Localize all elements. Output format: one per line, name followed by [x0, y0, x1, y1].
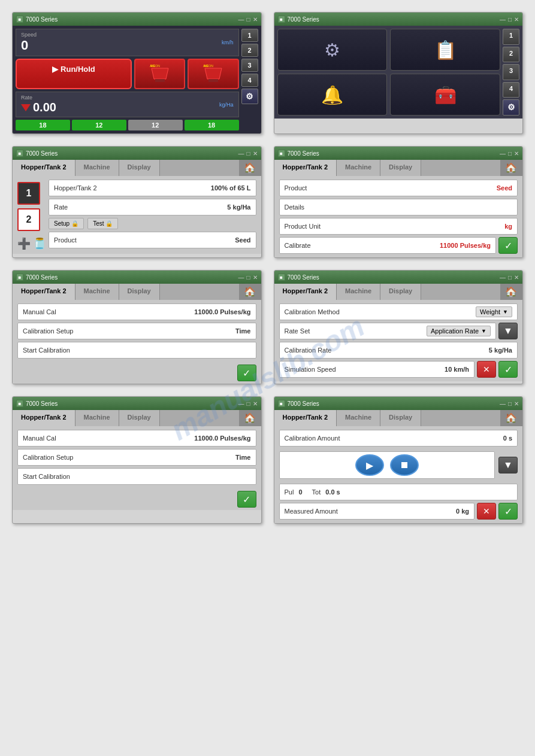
minimize-p3[interactable]: — — [238, 150, 244, 157]
hopper-num-2[interactable]: 2 — [17, 208, 40, 231]
tab-hopper-p7[interactable]: Hopper/Tank 2 — [13, 410, 75, 426]
play-btn[interactable]: ▶ — [355, 454, 384, 476]
tab-machine-p7[interactable]: Machine — [75, 410, 119, 426]
maximize-p6[interactable]: □ — [508, 274, 512, 281]
svg-text:VICON: VICON — [204, 64, 213, 68]
cal-method-label: Calibration Method — [285, 308, 340, 315]
briefcase-tile[interactable]: 🧰 — [390, 74, 500, 116]
tab-hopper-p6[interactable]: Hopper/Tank 2 — [274, 284, 337, 300]
side-btn-gear[interactable]: ⚙ — [241, 89, 258, 104]
setup-btn[interactable]: Setup 🔒 — [49, 218, 84, 229]
tot-label: Tot — [312, 488, 321, 496]
measured-row: Measured Amount 0 kg — [279, 503, 475, 520]
p2-side-btn-1[interactable]: 1 — [503, 29, 519, 45]
close-p6[interactable]: ✕ — [514, 274, 519, 281]
confirm-btn-p6[interactable]: ✓ — [498, 361, 518, 378]
close-p3[interactable]: ✕ — [253, 150, 258, 157]
p2-side-btn-3[interactable]: 3 — [503, 64, 519, 80]
maximize-p2[interactable]: □ — [508, 16, 512, 23]
minimize-p2[interactable]: — — [500, 16, 506, 23]
rate-set-select[interactable]: Application Rate ▼ — [427, 326, 491, 336]
tab-machine-p3[interactable]: Machine — [75, 160, 119, 176]
test-btn[interactable]: Test 🔒 — [87, 218, 118, 229]
tab-display-p6[interactable]: Display — [380, 284, 421, 300]
p2-side-btn-4[interactable]: 4 — [503, 82, 519, 98]
maximize-p3[interactable]: □ — [246, 150, 250, 157]
close-p7[interactable]: ✕ — [253, 400, 258, 407]
tab-machine-p5[interactable]: Machine — [75, 284, 119, 300]
product-label-p4: Product — [285, 184, 307, 192]
maximize-p5[interactable]: □ — [246, 274, 250, 281]
maximize-p7[interactable]: □ — [246, 400, 250, 407]
tab-hopper-p4[interactable]: Hopper/Tank 2 — [274, 160, 337, 176]
gear-tile[interactable]: ⚙ — [277, 29, 388, 71]
tab-home-p3[interactable]: 🏠 — [239, 160, 261, 176]
close-p2[interactable]: ✕ — [514, 16, 519, 23]
tab-display-p4[interactable]: Display — [380, 160, 421, 176]
minimize-p8[interactable]: — — [500, 400, 506, 407]
tab-home-p6[interactable]: 🏠 — [500, 284, 522, 300]
maximize-p1[interactable]: □ — [246, 16, 250, 23]
num-box-3[interactable]: 12 — [128, 120, 183, 130]
close-p1[interactable]: ✕ — [253, 16, 258, 23]
win-controls-p7: — □ ✕ — [238, 400, 257, 407]
close-p4[interactable]: ✕ — [514, 150, 519, 157]
num-box-4[interactable]: 18 — [185, 120, 239, 130]
start-cal-row[interactable]: Start Calibration — [17, 342, 256, 359]
minimize-p6[interactable]: — — [500, 274, 506, 281]
sim-speed-wrapper: Simulation Speed 10 km/h ✕ ✓ — [279, 361, 518, 378]
win-logo-p2: ■ — [278, 16, 285, 23]
tab-display-p8[interactable]: Display — [380, 410, 421, 426]
add-icon[interactable]: ➕ — [17, 237, 31, 250]
tab-hopper-p3[interactable]: Hopper/Tank 2 — [13, 160, 75, 176]
minimize-p7[interactable]: — — [238, 400, 244, 407]
media-down-btn[interactable]: ▼ — [498, 457, 518, 473]
run-hold-button[interactable]: ▶ Run/Hold — [16, 59, 132, 89]
close-p5[interactable]: ✕ — [253, 274, 258, 281]
rate-set-down-btn[interactable]: ▼ — [498, 323, 518, 339]
tab-home-p7[interactable]: 🏠 — [239, 410, 261, 426]
hopper-num-1[interactable]: 1 — [17, 182, 40, 205]
tab-home-p5[interactable]: 🏠 — [239, 284, 261, 300]
minimize-p4[interactable]: — — [500, 150, 506, 157]
confirm-btn-p7[interactable]: ✓ — [237, 491, 256, 508]
num-box-2[interactable]: 12 — [72, 120, 126, 130]
confirm-btn-p4[interactable]: ✓ — [498, 237, 518, 254]
tab-hopper-p5[interactable]: Hopper/Tank 2 — [13, 284, 75, 300]
tab-display-p5[interactable]: Display — [119, 284, 160, 300]
minimize-p5[interactable]: — — [238, 274, 244, 281]
clipboard-tile[interactable]: 📋 — [390, 29, 500, 71]
titlebar-p5: ■ 7000 Series — □ ✕ — [13, 271, 261, 284]
confirm-btn-p8[interactable]: ✓ — [498, 503, 518, 520]
side-btn-2[interactable]: 2 — [241, 44, 258, 57]
tab-hopper-p8[interactable]: Hopper/Tank 2 — [274, 410, 337, 426]
maximize-p4[interactable]: □ — [508, 150, 512, 157]
close-p8[interactable]: ✕ — [514, 400, 519, 407]
jar-icon[interactable]: 🫙 — [33, 237, 46, 250]
p2-side-btn-gear[interactable]: ⚙ — [503, 99, 519, 116]
tab-machine-p6[interactable]: Machine — [337, 284, 380, 300]
p2-side-btn-2[interactable]: 2 — [503, 47, 519, 63]
rate-display: Rate 0.00 kg/Ha — [16, 92, 239, 117]
tab-machine-p4[interactable]: Machine — [337, 160, 380, 176]
tab-display-p3[interactable]: Display — [119, 160, 160, 176]
tab-home-p8[interactable]: 🏠 — [500, 410, 522, 426]
stop-btn[interactable]: ⏹ — [390, 454, 419, 476]
num-box-1[interactable]: 18 — [16, 120, 70, 130]
tab-display-p7[interactable]: Display — [119, 410, 160, 426]
side-btn-4[interactable]: 4 — [241, 74, 258, 87]
side-btn-1[interactable]: 1 — [241, 29, 258, 42]
cal-method-select[interactable]: Weight ▼ — [476, 306, 512, 317]
confirm-btn-p5[interactable]: ✓ — [237, 365, 256, 381]
product-value-p4: Seed — [497, 184, 512, 192]
side-btn-3[interactable]: 3 — [241, 59, 258, 72]
maximize-p8[interactable]: □ — [508, 400, 512, 407]
cancel-btn-p8[interactable]: ✕ — [477, 503, 496, 520]
win-logo-p6: ■ — [278, 274, 285, 281]
start-cal-row-2[interactable]: Start Calibration — [17, 468, 256, 485]
tab-home-p4[interactable]: 🏠 — [500, 160, 522, 176]
tab-machine-p8[interactable]: Machine — [337, 410, 380, 426]
cancel-btn-p6[interactable]: ✕ — [477, 361, 496, 378]
minimize-p1[interactable]: — — [238, 16, 244, 23]
bell-tile[interactable]: 🔔 — [277, 74, 388, 116]
